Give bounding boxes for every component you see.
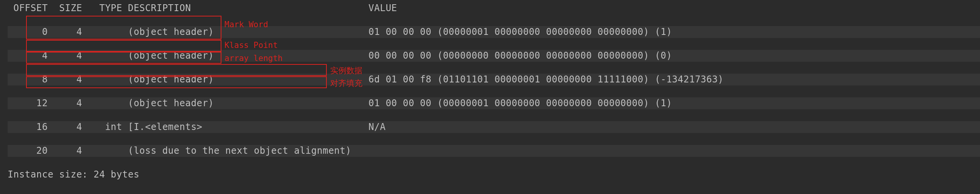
space-losses-line: Space losses: 0 bytes internal + 4 bytes…	[8, 192, 980, 194]
row-left: 0 4 (object header)	[8, 26, 369, 37]
instance-size-line: Instance size: 24 bytes	[8, 169, 980, 181]
row-left: 20 4 (loss due to the next object alignm…	[8, 145, 351, 156]
row-left: 12 4 (object header)	[8, 98, 369, 109]
header-text: OFFSET SIZE TYPE DESCRIPTION VALUE	[8, 3, 397, 13]
layout-row: 0 4 (object header) 01 00 00 00 (0000000…	[8, 26, 980, 38]
layout-row: 4 4 (object header) 00 00 00 00 (0000000…	[8, 50, 980, 62]
layout-row: 8 4 (object header) 6d 01 00 f8 (0110110…	[8, 74, 980, 85]
layout-row: 12 4 (object header) 01 00 00 00 (000000…	[8, 97, 980, 109]
annotation-label-alignment-padding: 对齐填充	[330, 78, 362, 89]
row-value: N/A	[369, 122, 386, 132]
annotation-label-array-length: array length	[225, 54, 283, 63]
annotation-label-klass-point: Klass Point	[225, 41, 278, 50]
row-value: 6d 01 00 f8 (01101101 00000001 00000000 …	[369, 74, 724, 85]
row-left: 8 4 (object header)	[8, 74, 369, 85]
annotation-label-instance-data: 实例数据	[330, 65, 362, 76]
layout-row: 20 4 (loss due to the next object alignm…	[8, 145, 980, 157]
row-value: 01 00 00 00 (00000001 00000000 00000000 …	[369, 26, 672, 37]
row-left: 4 4 (object header)	[8, 50, 369, 61]
jol-layout-panel: OFFSET SIZE TYPE DESCRIPTION VALUE 0 4 (…	[0, 0, 980, 194]
annotation-label-mark-word: Mark Word	[225, 20, 268, 29]
row-value: 01 00 00 00 (00000001 00000000 00000000 …	[369, 98, 672, 109]
header-row: OFFSET SIZE TYPE DESCRIPTION VALUE	[8, 2, 980, 14]
row-value: 00 00 00 00 (00000000 00000000 00000000 …	[369, 50, 672, 61]
layout-row: 16 4 int [I.<elements> N/A	[8, 121, 980, 133]
row-left: 16 4 int [I.<elements>	[8, 122, 369, 132]
layout-text-block: OFFSET SIZE TYPE DESCRIPTION VALUE 0 4 (…	[0, 2, 980, 194]
